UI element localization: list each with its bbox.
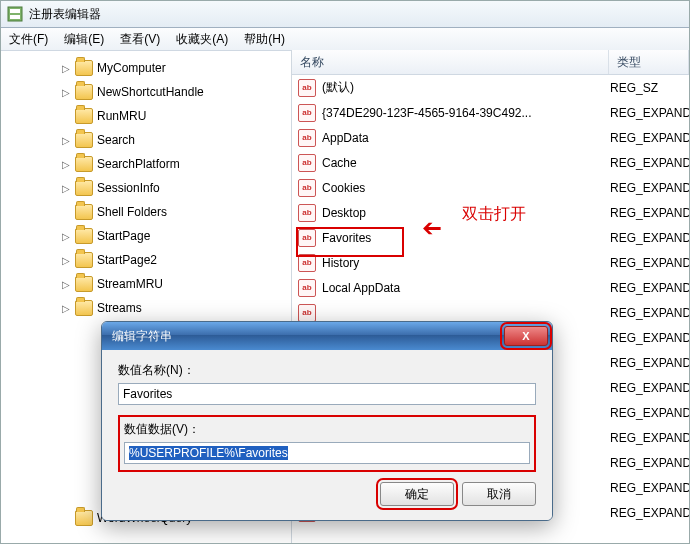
tree-item[interactable]: ▷Streams <box>1 296 291 320</box>
list-row[interactable]: abCacheREG_EXPAND <box>292 150 689 175</box>
app-icon <box>7 6 23 22</box>
chevron-right-icon[interactable]: ▷ <box>61 63 71 73</box>
chevron-right-icon[interactable]: ▷ <box>61 279 71 289</box>
list-row[interactable]: abDesktopREG_EXPAND <box>292 200 689 225</box>
tree-item-label: Search <box>97 133 135 147</box>
tree-item[interactable]: ▷MyComputer <box>1 56 291 80</box>
folder-icon <box>75 84 93 100</box>
value-name-label: 数值名称(N)： <box>118 362 536 379</box>
value-name: AppData <box>322 131 369 145</box>
chevron-right-icon[interactable]: ▷ <box>61 135 71 145</box>
chevron-right-icon[interactable]: ▷ <box>61 255 71 265</box>
value-type: REG_EXPAND <box>604 181 689 195</box>
dialog-title: 编辑字符串 <box>112 328 172 345</box>
list-row[interactable]: ab(默认)REG_SZ <box>292 75 689 100</box>
cancel-button[interactable]: 取消 <box>462 482 536 506</box>
value-type: REG_EXPAND <box>604 406 689 420</box>
tree-item[interactable]: ▷SessionInfo <box>1 176 291 200</box>
list-row[interactable]: abHistoryREG_EXPAND <box>292 250 689 275</box>
string-value-icon: ab <box>298 254 316 272</box>
tree-item[interactable]: ▷StartPage <box>1 224 291 248</box>
value-data-label: 数值数据(V)： <box>124 421 530 438</box>
chevron-right-icon[interactable]: ▷ <box>61 231 71 241</box>
chevron-right-icon[interactable]: ▷ <box>61 159 71 169</box>
list-row[interactable]: ab{374DE290-123F-4565-9164-39C492...REG_… <box>292 100 689 125</box>
value-type: REG_EXPAND <box>604 206 689 220</box>
ok-button[interactable]: 确定 <box>380 482 454 506</box>
tree-item[interactable]: Shell Folders <box>1 200 291 224</box>
list-row[interactable]: abAppDataREG_EXPAND <box>292 125 689 150</box>
menu-favorites[interactable]: 收藏夹(A) <box>176 31 228 48</box>
folder-icon <box>75 510 93 526</box>
string-value-icon: ab <box>298 179 316 197</box>
col-header-name[interactable]: 名称 <box>292 50 609 74</box>
tree-item[interactable]: ▷SearchPlatform <box>1 152 291 176</box>
tree-item[interactable]: ▷StartPage2 <box>1 248 291 272</box>
value-type: REG_SZ <box>604 81 689 95</box>
menu-edit[interactable]: 编辑(E) <box>64 31 104 48</box>
value-type: REG_EXPAND <box>604 281 689 295</box>
close-button[interactable]: X <box>504 326 548 346</box>
tree-item-label: SearchPlatform <box>97 157 180 171</box>
value-type: REG_EXPAND <box>604 456 689 470</box>
value-name: (默认) <box>322 79 354 96</box>
tree-item[interactable]: ▷Search <box>1 128 291 152</box>
string-value-icon: ab <box>298 304 316 322</box>
menu-file[interactable]: 文件(F) <box>9 31 48 48</box>
value-type: REG_EXPAND <box>604 356 689 370</box>
tree-item-label: NewShortcutHandle <box>97 85 204 99</box>
folder-icon <box>75 276 93 292</box>
tree-item-label: StreamMRU <box>97 277 163 291</box>
menubar: 文件(F) 编辑(E) 查看(V) 收藏夹(A) 帮助(H) <box>1 28 689 51</box>
tree-item[interactable]: ▷NewShortcutHandle <box>1 80 291 104</box>
value-data-input[interactable]: %USERPROFILE%\Favorites <box>124 442 530 464</box>
folder-icon <box>75 132 93 148</box>
tree-item-label: StartPage2 <box>97 253 157 267</box>
string-value-icon: ab <box>298 279 316 297</box>
tree-item[interactable]: RunMRU <box>1 104 291 128</box>
tree-item-label: Streams <box>97 301 142 315</box>
tree-item-label: Shell Folders <box>97 205 167 219</box>
list-header: 名称 类型 <box>292 50 689 75</box>
folder-icon <box>75 300 93 316</box>
tree-item-label: StartPage <box>97 229 150 243</box>
menu-help[interactable]: 帮助(H) <box>244 31 285 48</box>
value-type: REG_EXPAND <box>604 481 689 495</box>
value-type: REG_EXPAND <box>604 231 689 245</box>
menu-view[interactable]: 查看(V) <box>120 31 160 48</box>
folder-icon <box>75 204 93 220</box>
tree-item-label: RunMRU <box>97 109 146 123</box>
list-row[interactable]: abFavoritesREG_EXPAND <box>292 225 689 250</box>
string-value-icon: ab <box>298 229 316 247</box>
string-value-icon: ab <box>298 129 316 147</box>
dialog-titlebar[interactable]: 编辑字符串 X <box>102 322 552 350</box>
tree-item-label: MyComputer <box>97 61 166 75</box>
folder-icon <box>75 180 93 196</box>
value-name: History <box>322 256 359 270</box>
chevron-right-icon[interactable]: ▷ <box>61 303 71 313</box>
value-name: Favorites <box>322 231 371 245</box>
value-name-input[interactable] <box>118 383 536 405</box>
col-header-type[interactable]: 类型 <box>609 50 689 74</box>
list-row[interactable]: abLocal AppDataREG_EXPAND <box>292 275 689 300</box>
value-type: REG_EXPAND <box>604 156 689 170</box>
value-name: {374DE290-123F-4565-9164-39C492... <box>322 106 531 120</box>
chevron-right-icon[interactable]: ▷ <box>61 87 71 97</box>
tree-item[interactable]: ▷StreamMRU <box>1 272 291 296</box>
value-name: Cookies <box>322 181 365 195</box>
value-name: Local AppData <box>322 281 400 295</box>
value-type: REG_EXPAND <box>604 131 689 145</box>
chevron-right-icon[interactable]: ▷ <box>61 183 71 193</box>
tree-item-label: SessionInfo <box>97 181 160 195</box>
edit-string-dialog: 编辑字符串 X 数值名称(N)： 数值数据(V)： %USERPROFILE%\… <box>101 321 553 521</box>
value-type: REG_EXPAND <box>604 256 689 270</box>
folder-icon <box>75 108 93 124</box>
folder-icon <box>75 60 93 76</box>
folder-icon <box>75 156 93 172</box>
folder-icon <box>75 228 93 244</box>
svg-rect-1 <box>10 9 20 13</box>
string-value-icon: ab <box>298 204 316 222</box>
list-row[interactable]: abCookiesREG_EXPAND <box>292 175 689 200</box>
string-value-icon: ab <box>298 104 316 122</box>
value-type: REG_EXPAND <box>604 381 689 395</box>
